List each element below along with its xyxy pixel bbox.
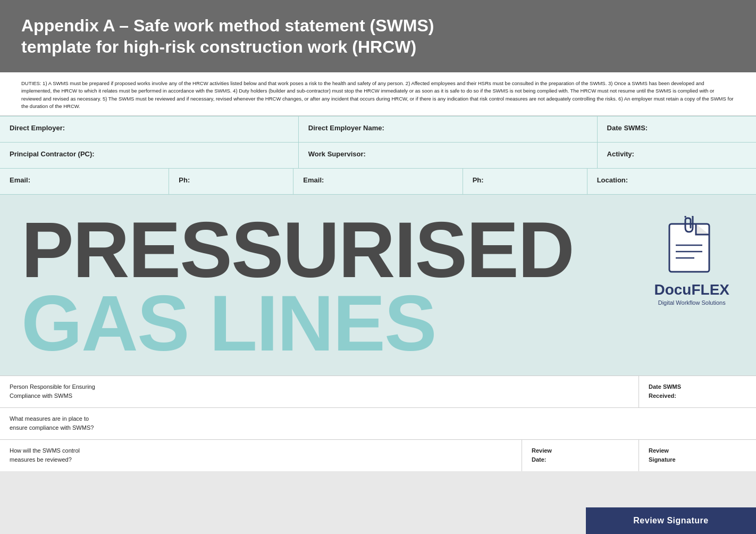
document-icon bbox=[665, 216, 718, 277]
work-supervisor-cell: Work Supervisor: bbox=[299, 143, 598, 168]
person-responsible-cell: Person Responsible for EnsuringComplianc… bbox=[0, 376, 639, 407]
email1-label: Email: bbox=[10, 176, 30, 184]
info-row-1: Person Responsible for EnsuringComplianc… bbox=[0, 376, 756, 407]
banner-gas-lines: GAS LINES bbox=[21, 284, 735, 363]
email2-cell: Email: bbox=[293, 169, 463, 194]
ph2-cell: Ph: bbox=[463, 169, 587, 194]
docuflex-brand: DocuFLEX bbox=[654, 281, 729, 298]
duties-section: DUTIES: 1) A SWMS must be prepared if pr… bbox=[0, 72, 756, 116]
form-row-2: Principal Contractor (PC): Work Supervis… bbox=[0, 143, 756, 169]
duties-text: DUTIES: 1) A SWMS must be prepared if pr… bbox=[21, 80, 735, 110]
title-line2: template for high-risk construction work… bbox=[21, 37, 416, 56]
activity-label: Activity: bbox=[607, 150, 634, 158]
review-date-label: ReviewDate: bbox=[532, 447, 552, 463]
email1-cell: Email: bbox=[0, 169, 169, 194]
form-row-3: Email: Ph: Email: Ph: Location: bbox=[0, 169, 756, 195]
direct-employer-cell: Direct Employer: bbox=[0, 116, 299, 142]
measures-label: What measures are in place toensure comp… bbox=[10, 415, 94, 431]
review-signature-label: ReviewSignature bbox=[649, 447, 676, 463]
info-section: Person Responsible for EnsuringComplianc… bbox=[0, 376, 756, 471]
form-row-1: Direct Employer: Direct Employer Name: D… bbox=[0, 116, 756, 143]
review-signature-button[interactable]: Review Signature bbox=[586, 507, 756, 534]
docuflex-logo-area: DocuFLEX Digital Workflow Solutions bbox=[654, 216, 729, 306]
date-swms-received-label: Date SWMSReceived: bbox=[649, 383, 681, 399]
how-reviewed-cell: How will the SWMS controlmeasures be rev… bbox=[0, 440, 522, 471]
review-date-cell: ReviewDate: bbox=[522, 440, 639, 471]
title-line1: Appendix A – Safe work method statement … bbox=[21, 16, 434, 35]
email2-label: Email: bbox=[303, 176, 324, 184]
direct-employer-label: Direct Employer: bbox=[10, 124, 65, 132]
location-label: Location: bbox=[597, 176, 628, 184]
date-swms-cell: Date SWMS: bbox=[598, 116, 756, 142]
date-swms-label: Date SWMS: bbox=[607, 124, 648, 132]
review-signature-cell: ReviewSignature bbox=[639, 440, 756, 471]
direct-employer-name-cell: Direct Employer Name: bbox=[299, 116, 598, 142]
ph1-label: Ph: bbox=[179, 176, 190, 184]
page-title: Appendix A – Safe work method statement … bbox=[21, 15, 735, 57]
direct-employer-name-label: Direct Employer Name: bbox=[308, 124, 384, 132]
banner-section: PRESSURISED GAS LINES DocuFLEX Digital W… bbox=[0, 195, 756, 376]
work-supervisor-label: Work Supervisor: bbox=[308, 150, 366, 158]
location-cell: Location: bbox=[587, 169, 756, 194]
review-signature-button-label: Review Signature bbox=[633, 516, 708, 525]
how-reviewed-label: How will the SWMS controlmeasures be rev… bbox=[10, 447, 80, 463]
form-section: Direct Employer: Direct Employer Name: D… bbox=[0, 116, 756, 195]
activity-cell: Activity: bbox=[598, 143, 756, 168]
ph2-label: Ph: bbox=[473, 176, 484, 184]
measures-cell: What measures are in place toensure comp… bbox=[0, 408, 756, 439]
page-header: Appendix A – Safe work method statement … bbox=[0, 0, 756, 72]
person-responsible-label: Person Responsible for EnsuringComplianc… bbox=[10, 383, 95, 399]
docuflex-tagline: Digital Workflow Solutions bbox=[658, 299, 726, 306]
info-row-2: What measures are in place toensure comp… bbox=[0, 407, 756, 439]
principal-contractor-label: Principal Contractor (PC): bbox=[10, 150, 95, 158]
date-swms-received-cell: Date SWMSReceived: bbox=[639, 376, 756, 407]
principal-contractor-cell: Principal Contractor (PC): bbox=[0, 143, 299, 168]
info-row-3: How will the SWMS controlmeasures be rev… bbox=[0, 439, 756, 471]
ph1-cell: Ph: bbox=[169, 169, 293, 194]
banner-pressurised: PRESSURISED bbox=[21, 211, 735, 289]
